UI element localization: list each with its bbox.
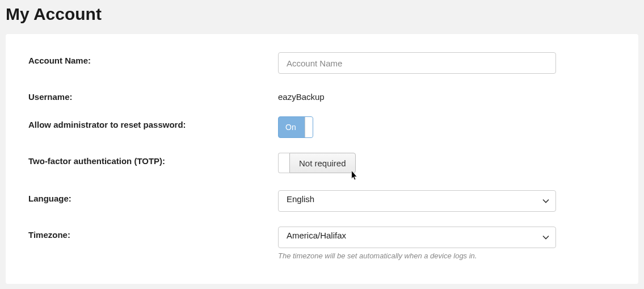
- totp-button-label: Not required: [299, 158, 346, 168]
- account-name-input[interactable]: [278, 52, 556, 74]
- row-language: Language: English: [28, 190, 616, 212]
- toggle-state-label: On: [285, 123, 296, 132]
- language-select[interactable]: English: [278, 190, 556, 212]
- label-username: Username:: [28, 89, 278, 102]
- totp-toggle-slot[interactable]: [278, 153, 289, 173]
- label-account-name: Account Name:: [28, 52, 278, 65]
- admin-reset-toggle[interactable]: On: [278, 116, 313, 138]
- page-title: My Account: [0, 0, 644, 34]
- toggle-knob: [305, 117, 313, 137]
- totp-button-group: Not required: [278, 153, 356, 173]
- label-totp: Two-factor authentication (TOTP):: [28, 153, 278, 166]
- timezone-help-text: The timezone will be set automatically w…: [278, 252, 556, 260]
- username-value: eazyBackup: [278, 89, 556, 102]
- timezone-selected-value: America/Halifax: [287, 231, 346, 240]
- row-totp: Two-factor authentication (TOTP): Not re…: [28, 153, 616, 175]
- language-selected-value: English: [287, 194, 314, 204]
- timezone-select[interactable]: America/Halifax: [278, 227, 556, 248]
- label-language: Language:: [28, 190, 278, 203]
- label-admin-reset: Allow administrator to reset password:: [28, 116, 278, 129]
- row-username: Username: eazyBackup: [28, 89, 616, 102]
- row-timezone: Timezone: America/Halifax The timezone w…: [28, 227, 616, 260]
- label-timezone: Timezone:: [28, 227, 278, 240]
- totp-not-required-button[interactable]: Not required: [289, 153, 356, 173]
- row-account-name: Account Name:: [28, 52, 616, 74]
- account-form-card: Account Name: Username: eazyBackup Allow…: [6, 34, 638, 284]
- row-admin-reset: Allow administrator to reset password: O…: [28, 116, 616, 138]
